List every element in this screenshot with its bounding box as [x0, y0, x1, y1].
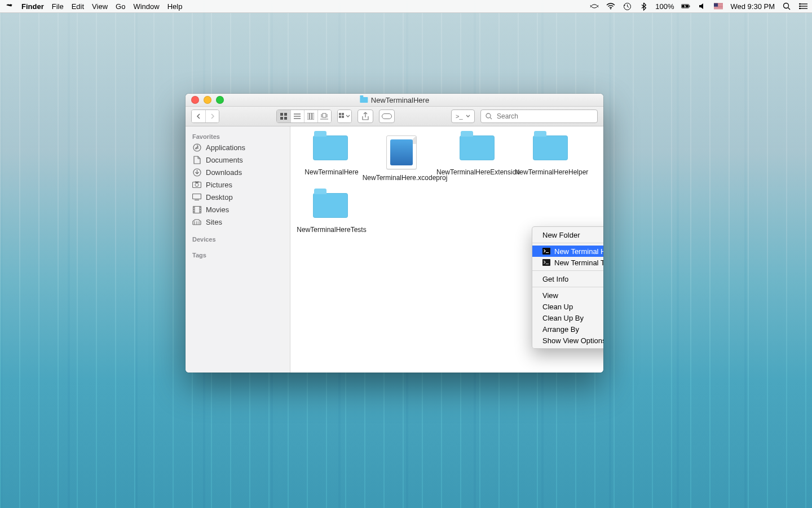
menu-edit[interactable]: Edit — [72, 2, 84, 11]
search-field[interactable] — [480, 110, 598, 123]
svg-rect-64 — [542, 259, 550, 266]
window-minimize-button[interactable] — [204, 96, 211, 104]
downloads-icon — [192, 168, 201, 177]
file-item[interactable]: NewTerminalHereExtension — [447, 135, 509, 182]
sidebar-item-label: Documents — [206, 156, 243, 164]
xcode-project-icon — [386, 135, 417, 169]
ctx-view[interactable]: View▶ — [532, 290, 603, 301]
menu-help[interactable]: Help — [167, 2, 183, 11]
ctx-separator — [532, 270, 603, 271]
documents-icon — [192, 155, 201, 164]
svg-rect-35 — [339, 113, 341, 115]
svg-rect-28 — [307, 113, 309, 120]
sidebar: Favorites Applications Documents Downloa… — [186, 126, 290, 373]
sidebar-item-movies[interactable]: Movies — [186, 203, 290, 216]
ctx-new-terminal-tab-here[interactable]: New Terminal Tab Here — [532, 257, 603, 268]
folder-icon — [360, 97, 368, 103]
file-item[interactable]: NewTerminalHereHelper — [520, 135, 582, 182]
menu-bar: Finder File Edit View Go Window Help 100… — [0, 0, 812, 13]
path-menu[interactable]: >_ — [451, 110, 475, 123]
menu-go[interactable]: Go — [116, 2, 125, 11]
spotlight-icon[interactable] — [782, 2, 791, 11]
ctx-arrange-by[interactable]: Arrange By▶ — [532, 323, 603, 335]
svg-point-0 — [610, 8, 611, 10]
content-area[interactable]: NewTerminalHere NewTerminalHere.xcodepro… — [290, 126, 603, 373]
forward-button[interactable] — [205, 110, 219, 122]
battery-icon[interactable] — [681, 2, 690, 11]
view-list-button[interactable] — [290, 110, 304, 122]
wifi-icon[interactable] — [606, 2, 615, 11]
arrange-menu[interactable] — [337, 110, 352, 123]
share-button[interactable] — [358, 110, 373, 123]
svg-rect-23 — [280, 117, 283, 120]
ctx-get-info[interactable]: Get Info — [532, 273, 603, 284]
bluetooth-icon[interactable] — [639, 2, 648, 11]
movies-icon — [192, 205, 201, 214]
svg-rect-30 — [312, 113, 314, 120]
file-name: NewTerminalHereHelper — [515, 168, 589, 176]
svg-rect-24 — [284, 117, 287, 120]
apple-menu-icon[interactable] — [5, 2, 14, 11]
battery-percent[interactable]: 100% — [655, 2, 674, 11]
sidebar-item-desktop[interactable]: Desktop — [186, 191, 290, 203]
sidebar-item-documents[interactable]: Documents — [186, 154, 290, 166]
sync-icon[interactable] — [590, 2, 599, 11]
sidebar-item-sites[interactable]: Sites — [186, 216, 290, 228]
ctx-new-folder[interactable]: New Folder — [532, 229, 603, 240]
sidebar-item-applications[interactable]: Applications — [186, 141, 290, 154]
clock[interactable]: Wed 9:30 PM — [730, 2, 775, 11]
file-item[interactable]: NewTerminalHere — [301, 135, 363, 182]
svg-point-41 — [486, 113, 491, 118]
context-menu: New Folder New Terminal Here New Termina… — [532, 226, 603, 349]
ctx-new-terminal-here[interactable]: New Terminal Here — [532, 246, 603, 257]
ctx-separator — [532, 287, 603, 287]
sidebar-item-pictures[interactable]: Pictures — [186, 178, 290, 191]
view-coverflow-button[interactable] — [317, 110, 331, 122]
timemachine-icon[interactable] — [623, 2, 632, 11]
nav-buttons — [191, 110, 219, 123]
volume-icon[interactable] — [698, 2, 707, 11]
window-zoom-button[interactable] — [216, 96, 224, 104]
sidebar-item-label: Pictures — [206, 181, 232, 189]
window-titlebar[interactable]: NewTerminalHere — [186, 94, 603, 107]
menu-window[interactable]: Window — [133, 2, 159, 11]
sidebar-item-label: Movies — [206, 205, 229, 214]
menu-view[interactable]: View — [92, 2, 108, 11]
ctx-separator — [532, 243, 603, 243]
sidebar-item-label: Sites — [206, 218, 222, 226]
sidebar-section-favorites: Favorites — [186, 131, 290, 141]
file-name: NewTerminalHere.xcodeproj — [363, 174, 448, 182]
window-close-button[interactable] — [191, 96, 199, 104]
sidebar-item-label: Desktop — [206, 193, 233, 202]
sidebar-item-downloads[interactable]: Downloads — [186, 166, 290, 178]
sidebar-section-tags: Tags — [186, 249, 290, 260]
svg-point-19 — [799, 6, 801, 7]
svg-point-13 — [784, 3, 789, 8]
finder-window: NewTerminalHere >_ Favorites Applicat — [186, 94, 603, 373]
back-button[interactable] — [192, 110, 205, 122]
file-item[interactable]: NewTerminalHereTests — [301, 193, 363, 234]
arrange-button[interactable] — [338, 110, 351, 122]
svg-rect-9 — [714, 7, 723, 7]
ctx-clean-up-by[interactable]: Clean Up By▶ — [532, 312, 603, 323]
svg-point-46 — [195, 183, 198, 187]
ctx-clean-up[interactable]: Clean Up — [532, 301, 603, 312]
sidebar-item-label: Downloads — [206, 168, 242, 177]
view-columns-button[interactable] — [304, 110, 317, 122]
ctx-show-view-options[interactable]: Show View Options — [532, 335, 603, 346]
svg-line-14 — [788, 8, 791, 10]
folder-icon — [313, 135, 348, 160]
folder-icon — [533, 135, 568, 160]
window-title: NewTerminalHere — [360, 96, 429, 104]
input-flag-icon[interactable] — [714, 2, 723, 11]
file-item[interactable]: NewTerminalHere.xcodeproj — [374, 135, 436, 182]
search-input[interactable] — [496, 112, 593, 121]
file-name: NewTerminalHereExtension — [436, 168, 520, 176]
app-name[interactable]: Finder — [21, 2, 44, 11]
traffic-lights — [191, 96, 224, 104]
notification-center-icon[interactable] — [798, 2, 807, 11]
svg-point-18 — [799, 3, 801, 5]
menu-file[interactable]: File — [52, 2, 64, 11]
tags-button[interactable] — [379, 110, 395, 123]
view-icons-button[interactable] — [277, 110, 290, 122]
